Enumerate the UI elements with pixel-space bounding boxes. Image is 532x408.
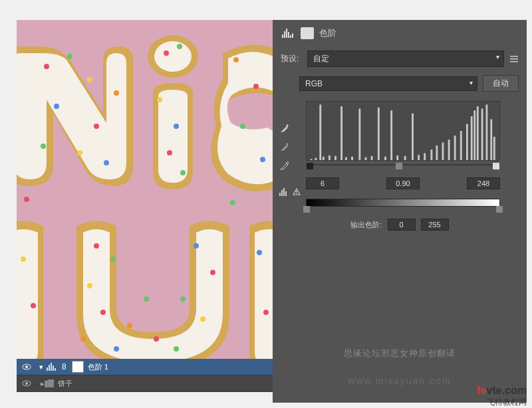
preset-row: 预设: 自定 — [273, 47, 527, 71]
svg-point-37 — [31, 303, 36, 308]
channel-dropdown[interactable]: RGB — [299, 76, 477, 91]
clip-warning-icon[interactable] — [279, 187, 301, 197]
svg-rect-87 — [471, 116, 473, 160]
svg-point-30 — [127, 323, 132, 328]
svg-point-21 — [260, 157, 265, 162]
svg-point-15 — [174, 124, 179, 129]
svg-point-3 — [44, 64, 49, 69]
input-mid-field[interactable] — [386, 177, 420, 189]
svg-point-38 — [257, 250, 262, 255]
svg-rect-95 — [281, 190, 283, 196]
svg-rect-93 — [493, 137, 495, 160]
svg-rect-74 — [390, 110, 392, 160]
output-label: 输出色阶: — [350, 220, 382, 230]
histogram-icon — [46, 362, 58, 371]
svg-point-16 — [167, 150, 172, 155]
output-level-row: 输出色阶: — [273, 219, 527, 231]
auto-button[interactable]: 自动 — [483, 75, 519, 92]
svg-rect-47 — [53, 365, 54, 371]
svg-point-2 — [154, 41, 192, 72]
svg-rect-70 — [365, 157, 367, 160]
svg-rect-73 — [384, 157, 386, 160]
preset-label: 预设: — [281, 53, 302, 64]
svg-rect-57 — [510, 56, 518, 57]
svg-rect-90 — [481, 109, 483, 160]
visibility-icon[interactable] — [22, 379, 31, 388]
svg-rect-89 — [477, 106, 479, 160]
svg-rect-85 — [460, 131, 462, 160]
svg-point-12 — [164, 51, 169, 56]
layer-row-group[interactable]: ▸ 饼干 — [17, 375, 273, 392]
svg-rect-92 — [490, 119, 492, 160]
svg-point-43 — [25, 365, 28, 368]
properties-panel: 色阶 预设: 自定 RGB 自动 输出色阶: — [273, 20, 527, 403]
svg-rect-79 — [424, 153, 426, 160]
svg-rect-60 — [311, 159, 313, 160]
svg-rect-59 — [510, 61, 518, 62]
preset-dropdown[interactable]: 自定 — [307, 51, 504, 67]
svg-rect-55 — [290, 35, 291, 38]
credit-text: 思缘论坛邪恶女神原创翻译 — [273, 348, 527, 359]
svg-point-36 — [21, 256, 26, 262]
svg-rect-97 — [285, 191, 287, 196]
cookie-artwork — [17, 20, 273, 359]
svg-rect-52 — [284, 31, 285, 38]
svg-rect-45 — [49, 365, 50, 371]
svg-rect-77 — [412, 114, 414, 160]
watermark: fevte.com 飞特教程网 — [477, 384, 527, 407]
svg-point-6 — [54, 104, 59, 109]
svg-rect-44 — [47, 367, 48, 371]
svg-rect-63 — [323, 157, 325, 160]
eyedropper-white-icon[interactable] — [279, 160, 290, 171]
svg-point-25 — [110, 256, 116, 262]
svg-rect-56 — [292, 33, 293, 38]
histogram-icon — [281, 27, 295, 40]
svg-rect-61 — [315, 157, 317, 160]
svg-point-20 — [240, 124, 245, 129]
svg-point-5 — [87, 77, 92, 82]
midtone-slider[interactable] — [396, 163, 402, 169]
svg-point-14 — [157, 97, 162, 102]
output-gradient — [306, 199, 500, 207]
output-low-slider[interactable] — [303, 206, 310, 213]
svg-rect-64 — [329, 155, 331, 160]
svg-rect-53 — [286, 29, 287, 38]
svg-rect-71 — [371, 156, 373, 160]
layer-name: 色阶 1 — [88, 362, 108, 372]
svg-point-8 — [41, 144, 46, 149]
layer-mask-thumb[interactable] — [72, 361, 84, 373]
output-high-field[interactable] — [421, 219, 449, 231]
shadow-slider[interactable] — [307, 163, 313, 169]
svg-point-18 — [233, 57, 239, 62]
visibility-icon[interactable] — [22, 362, 31, 371]
eyedropper-gray-icon[interactable] — [279, 142, 290, 152]
input-highlight-field[interactable] — [467, 177, 500, 189]
mask-icon[interactable] — [301, 27, 314, 39]
output-high-slider[interactable] — [496, 206, 503, 213]
svg-rect-54 — [288, 32, 289, 38]
svg-rect-78 — [418, 155, 420, 160]
svg-point-10 — [77, 150, 82, 155]
canvas-area[interactable] — [17, 20, 273, 359]
preset-menu-icon[interactable] — [509, 54, 519, 64]
svg-rect-99 — [296, 193, 297, 194]
svg-rect-58 — [510, 58, 518, 60]
svg-rect-51 — [282, 35, 283, 38]
svg-rect-46 — [51, 363, 52, 371]
input-shadow-field[interactable] — [306, 177, 339, 189]
eyedropper-black-icon[interactable] — [279, 123, 290, 134]
svg-point-22 — [24, 197, 29, 202]
svg-point-33 — [174, 346, 179, 352]
svg-point-40 — [144, 296, 149, 302]
svg-rect-81 — [436, 146, 438, 160]
svg-point-4 — [67, 54, 72, 59]
svg-rect-98 — [296, 191, 297, 193]
output-low-field[interactable] — [388, 219, 416, 231]
svg-rect-88 — [473, 110, 475, 160]
highlight-slider[interactable] — [493, 163, 499, 169]
channel-row: RGB 自动 — [273, 71, 527, 96]
layer-row-levels[interactable]: ▾ 8 色阶 1 — [17, 359, 273, 375]
svg-point-31 — [154, 336, 159, 342]
svg-point-23 — [230, 200, 235, 205]
svg-point-28 — [210, 270, 215, 275]
